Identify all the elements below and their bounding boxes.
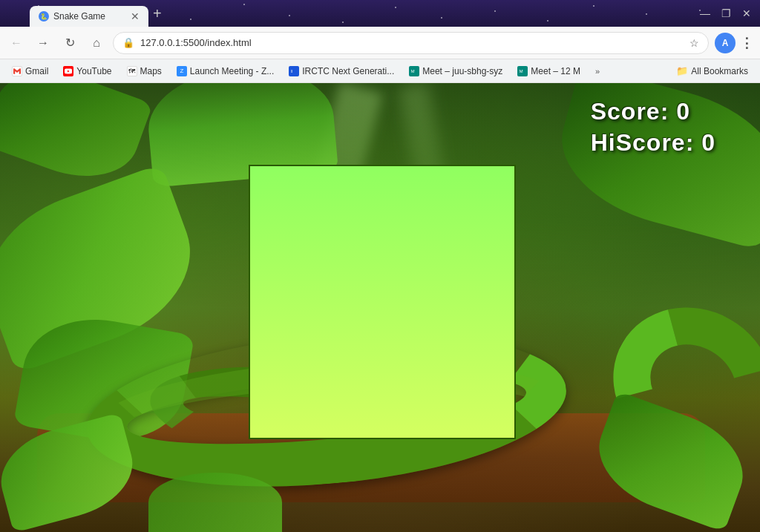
chrome-menu-button[interactable]: ⋮	[740, 35, 754, 51]
bookmark-irctc[interactable]: I IRCTC Next Generati...	[283, 64, 400, 79]
active-tab[interactable]: 🐍 Snake Game ✕	[30, 6, 148, 27]
bookmark-youtube[interactable]: YouTube	[57, 64, 117, 79]
bookmark-meet2[interactable]: M Meet – 12 M	[511, 64, 586, 79]
bookmark-meet1[interactable]: M Meet – juu-sbhg-syz	[403, 64, 508, 79]
all-bookmarks-label: All Bookmarks	[691, 66, 748, 76]
bookmark-gmail[interactable]: Gmail	[6, 64, 54, 79]
zoom-icon: Z	[177, 66, 187, 76]
url-display: 127.0.0.1:5500/index.html	[140, 37, 684, 48]
folder-icon: 📁	[676, 65, 688, 76]
minimize-button[interactable]: —	[698, 6, 712, 21]
current-score: Score: 0	[591, 96, 715, 128]
bookmarks-overflow-button[interactable]: »	[591, 65, 604, 78]
browser-window: 🐍 Snake Game ✕ + — ❐ ✕ ← → ↻ ⌂ 🔒 127.0.0…	[0, 0, 760, 532]
zoom-label: Launch Meeting - Z...	[190, 66, 274, 76]
maps-label: Maps	[140, 66, 162, 76]
game-area[interactable]: Score: 0 HiScore: 0	[0, 83, 760, 532]
nav-right-controls: A ⋮	[715, 33, 754, 53]
meet2-icon: M	[517, 66, 528, 76]
new-tab-button[interactable]: +	[153, 6, 162, 21]
irctc-icon: I	[289, 66, 299, 76]
home-button[interactable]: ⌂	[86, 33, 107, 53]
profile-avatar[interactable]: A	[715, 33, 736, 53]
gmail-label: Gmail	[25, 66, 48, 76]
bookmark-maps[interactable]: 🗺 Maps	[121, 64, 168, 79]
tab-title: Snake Game	[53, 11, 126, 22]
youtube-label: YouTube	[76, 66, 111, 76]
game-canvas[interactable]	[249, 165, 516, 439]
meet2-label: Meet – 12 M	[531, 66, 580, 76]
forward-button[interactable]: →	[33, 33, 53, 53]
bookmarks-bar: Gmail YouTube 🗺 Maps Z Launch Meeting - …	[0, 59, 760, 83]
meet1-label: Meet – juu-sbhg-syz	[422, 66, 502, 76]
navigation-bar: ← → ↻ ⌂ 🔒 127.0.0.1:5500/index.html ☆ A …	[0, 27, 760, 59]
svg-text:M: M	[520, 69, 523, 73]
youtube-icon	[63, 66, 73, 76]
irctc-label: IRCTC Next Generati...	[302, 66, 394, 76]
close-button[interactable]: ✕	[739, 6, 754, 21]
tab-favicon: 🐍	[39, 11, 49, 22]
window-controls: — ❐ ✕	[698, 6, 754, 21]
high-score: HiScore: 0	[591, 128, 715, 159]
tab-close-button[interactable]: ✕	[131, 11, 140, 22]
back-button[interactable]: ←	[6, 33, 27, 53]
reload-button[interactable]: ↻	[59, 33, 80, 53]
maximize-button[interactable]: ❐	[718, 6, 733, 21]
gmail-icon	[12, 66, 22, 76]
all-bookmarks-button[interactable]: 📁 All Bookmarks	[670, 63, 754, 79]
security-icon: 🔒	[122, 37, 134, 48]
bookmark-star-icon[interactable]: ☆	[689, 37, 699, 49]
address-bar[interactable]: 🔒 127.0.0.1:5500/index.html ☆	[113, 32, 709, 54]
svg-text:M: M	[411, 69, 415, 73]
meet1-icon: M	[409, 66, 419, 76]
score-display: Score: 0 HiScore: 0	[591, 96, 715, 158]
title-bar: 🐍 Snake Game ✕ + — ❐ ✕	[0, 0, 760, 27]
tab-bar: 🐍 Snake Game ✕ +	[30, 0, 692, 27]
maps-icon: 🗺	[127, 66, 137, 76]
bookmark-zoom[interactable]: Z Launch Meeting - Z...	[171, 64, 280, 79]
foreground-leaves	[148, 473, 282, 532]
